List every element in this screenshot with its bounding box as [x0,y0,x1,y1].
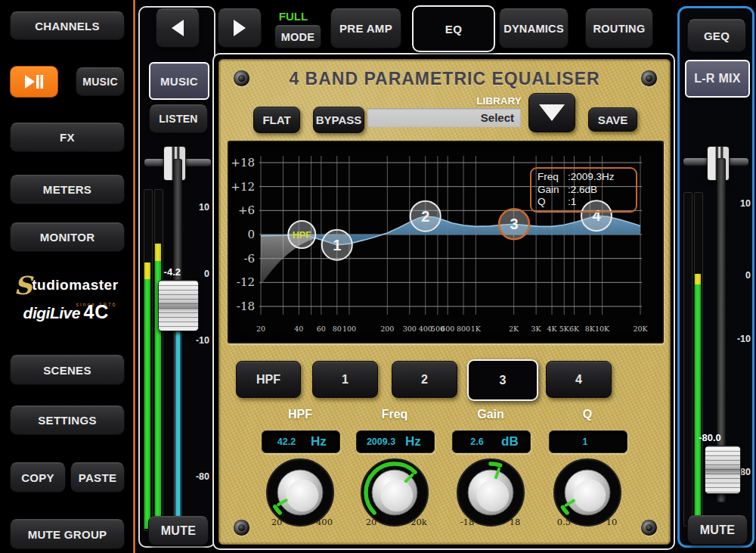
channel-name: MUSIC [160,75,198,88]
listen-label: LISTEN [159,113,198,125]
library-label: LIBRARY [469,95,529,107]
q-max-label: 10 [599,517,624,527]
library-select[interactable]: Select [367,108,521,127]
master-strip: GEQ L-R MIX 10 0 -10 -80 -80.0 MUTE [677,6,754,548]
music-label: MUSIC [82,76,118,88]
tab-eq[interactable]: EQ [412,5,495,52]
gain-unit: dB [501,434,530,449]
master-mute-label: MUTE [700,523,736,537]
monitor-label: MONITOR [40,231,95,244]
meters-label: METERS [43,183,91,196]
gain-max-label: 18 [502,517,528,527]
next-channel-button[interactable] [218,8,262,48]
svg-text:HPF: HPF [293,230,311,241]
svg-text:2K: 2K [509,325,519,333]
geq-button[interactable]: GEQ [687,19,746,52]
sidebar-divider [133,0,135,553]
band-button-1[interactable]: 1 [312,361,378,398]
band-button-3[interactable]: 3 [467,359,538,401]
band-button-4[interactable]: 4 [546,361,612,398]
hpf-min-label: 20 [264,517,290,527]
mode-button[interactable]: MODE [274,25,321,48]
settings-label: SETTINGS [38,414,96,427]
arrow-right-icon [234,20,246,36]
svg-text:20K: 20K [633,325,648,333]
sidebar-item-monitor[interactable]: MONITOR [10,222,125,252]
paste-button[interactable]: PASTE [70,462,125,492]
hpf-knob-label: HPF [270,408,330,421]
copy-button[interactable]: COPY [10,462,66,492]
brand-logo: Studiomaster since 1976 [0,271,132,304]
arrow-left-icon [172,20,184,36]
mute-group-button[interactable]: MUTE GROUP [10,519,125,549]
scale-10: 10 [187,202,209,213]
q-value: 1 [550,436,621,447]
tab-dynamics[interactable]: DYNAMICS [499,8,569,48]
band-2-label: 2 [421,373,428,387]
scenes-label: SCENES [43,364,91,377]
svg-text:40: 40 [294,325,303,333]
master-fader-knob[interactable] [705,446,741,494]
channel-mute-button[interactable]: MUTE [148,516,209,545]
tab-routing[interactable]: ROUTING [585,8,653,48]
mode-status: FULL [267,10,320,23]
freq-max-label: 20k [406,517,432,527]
main-frame: 4 BAND PARAMETRIC EQUALISER FLAT BYPASS … [212,53,675,550]
master-mute-button[interactable]: MUTE [687,515,748,545]
library-select-value: Select [481,111,514,124]
sidebar-item-scenes[interactable]: SCENES [10,355,125,385]
info-row-q: Q: 1 [538,196,630,209]
svg-text:-12: -12 [237,275,255,289]
paste-label: PASTE [79,471,116,484]
info-gain-value: 2.6dB [571,184,630,197]
fader-knob[interactable] [158,280,199,331]
sidebar-item-music[interactable]: MUSIC [76,67,125,96]
info-gain-label: Gain [538,184,568,197]
master-select-button[interactable]: L-R MIX [685,60,750,98]
svg-text:3: 3 [510,216,518,232]
model-logo: digiLive 4C [0,301,132,323]
flat-button[interactable]: FLAT [253,107,300,133]
channel-mute-label: MUTE [161,524,197,538]
sidebar-item-settings[interactable]: SETTINGS [10,405,125,435]
channel-select-button[interactable]: MUSIC [149,62,209,100]
mode-label: MODE [281,31,315,43]
band-button-hpf[interactable]: HPF [236,361,301,398]
eq-info-box: Freq: 2009.3Hz Gain: 2.6dB Q: 1 [530,167,637,213]
band-button-2[interactable]: 2 [392,361,457,398]
sidebar-item-channels[interactable]: CHANNELS [10,11,125,40]
svg-text:20: 20 [256,325,265,333]
info-q-label: Q [538,196,568,209]
listen-button[interactable]: LISTEN [149,104,208,133]
mute-group-label: MUTE GROUP [28,528,107,541]
tab-preamp[interactable]: PRE AMP [330,8,401,48]
gain-value: 2.6 [453,436,501,447]
svg-text:100: 100 [342,325,356,333]
eq-panel: 4 BAND PARAMETRIC EQUALISER FLAT BYPASS … [218,59,671,545]
sidebar-item-fx[interactable]: FX [10,123,125,152]
master-scale-10: 10 [728,198,751,209]
channels-label: CHANNELS [35,20,100,33]
svg-text:2: 2 [421,208,429,225]
geq-label: GEQ [704,30,730,42]
band-1-label: 1 [342,373,349,387]
bypass-button[interactable]: BYPASS [313,107,364,133]
hpf-max-label: 400 [311,517,337,527]
panel-title: 4 BAND PARAMETRIC EQUALISER [219,69,670,89]
play-pause-icon [24,74,44,89]
save-button[interactable]: SAVE [588,107,637,132]
svg-text:8K: 8K [585,325,596,333]
hpf-value: 42.2 [262,436,311,447]
info-freq-value: 2009.3Hz [571,171,630,184]
band-4-label: 4 [575,373,582,387]
prev-channel-button[interactable] [156,8,200,48]
screw-bottom-left-icon [234,520,249,536]
svg-text:6K: 6K [569,325,580,333]
sidebar-item-meters[interactable]: METERS [10,175,125,204]
library-dropdown-button[interactable] [528,93,575,132]
sidebar: CHANNELS MUSIC FX METERS MONITOR Studiom… [0,0,132,553]
play-pause-button[interactable] [10,66,58,98]
bypass-label: BYPASS [316,113,362,126]
fx-label: FX [60,131,75,144]
info-row-freq: Freq: 2009.3Hz [538,171,630,184]
